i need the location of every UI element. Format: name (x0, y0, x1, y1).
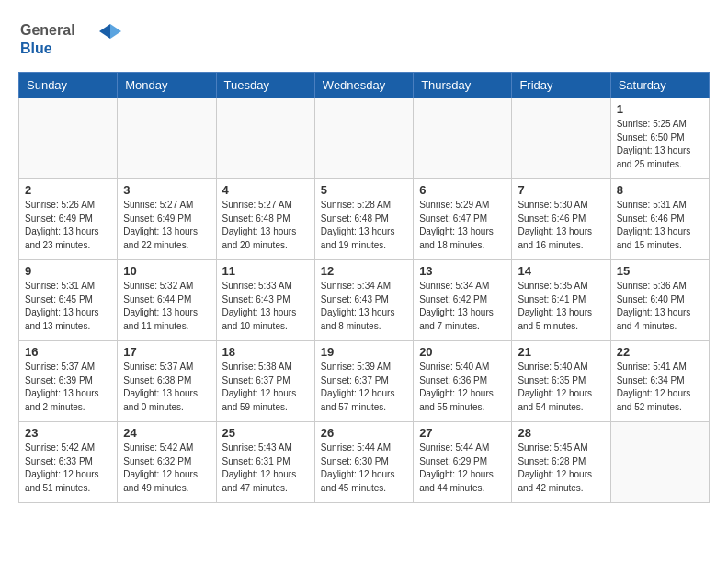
calendar-cell: 12Sunrise: 5:34 AM Sunset: 6:43 PM Dayli… (314, 260, 413, 341)
week-row-4: 23Sunrise: 5:42 AM Sunset: 6:33 PM Dayli… (19, 422, 710, 503)
day-info: Sunrise: 5:44 AM Sunset: 6:30 PM Dayligh… (321, 442, 407, 495)
calendar-cell: 1Sunrise: 5:25 AM Sunset: 6:50 PM Daylig… (610, 98, 709, 179)
calendar-cell: 20Sunrise: 5:40 AM Sunset: 6:36 PM Dayli… (414, 341, 512, 422)
calendar-cell: 15Sunrise: 5:36 AM Sunset: 6:40 PM Dayli… (610, 260, 709, 341)
day-info: Sunrise: 5:38 AM Sunset: 6:37 PM Dayligh… (222, 361, 309, 414)
calendar-cell (216, 98, 314, 179)
day-number: 18 (222, 345, 309, 359)
weekday-header-wednesday: Wednesday (314, 73, 413, 98)
weekday-header-thursday: Thursday (414, 73, 512, 98)
weekday-header-monday: Monday (118, 73, 216, 98)
calendar-cell: 7Sunrise: 5:30 AM Sunset: 6:46 PM Daylig… (512, 179, 610, 260)
day-info: Sunrise: 5:31 AM Sunset: 6:46 PM Dayligh… (617, 199, 703, 252)
calendar-cell: 19Sunrise: 5:39 AM Sunset: 6:37 PM Dayli… (314, 341, 413, 422)
day-number: 4 (222, 183, 309, 197)
weekday-header-sunday: Sunday (19, 73, 118, 98)
day-info: Sunrise: 5:43 AM Sunset: 6:31 PM Dayligh… (222, 442, 309, 495)
svg-text:Blue: Blue (20, 40, 52, 56)
logo-icon: General Blue (18, 15, 129, 61)
day-info: Sunrise: 5:45 AM Sunset: 6:28 PM Dayligh… (518, 442, 604, 495)
day-info: Sunrise: 5:30 AM Sunset: 6:46 PM Dayligh… (518, 199, 604, 252)
calendar-cell (610, 422, 709, 503)
day-number: 7 (518, 183, 604, 197)
weekday-header-saturday: Saturday (610, 73, 709, 98)
week-row-3: 16Sunrise: 5:37 AM Sunset: 6:39 PM Dayli… (19, 341, 710, 422)
calendar-cell: 11Sunrise: 5:33 AM Sunset: 6:43 PM Dayli… (216, 260, 314, 341)
day-number: 1 (617, 102, 703, 116)
logo: General Blue (18, 15, 129, 64)
calendar-cell: 17Sunrise: 5:37 AM Sunset: 6:38 PM Dayli… (118, 341, 216, 422)
calendar-cell: 26Sunrise: 5:44 AM Sunset: 6:30 PM Dayli… (314, 422, 413, 503)
day-info: Sunrise: 5:44 AM Sunset: 6:29 PM Dayligh… (419, 442, 506, 495)
day-number: 11 (222, 264, 309, 278)
day-number: 12 (321, 264, 407, 278)
calendar-cell: 25Sunrise: 5:43 AM Sunset: 6:31 PM Dayli… (216, 422, 314, 503)
day-info: Sunrise: 5:27 AM Sunset: 6:48 PM Dayligh… (222, 199, 309, 252)
svg-text:General: General (20, 22, 75, 38)
calendar-cell: 28Sunrise: 5:45 AM Sunset: 6:28 PM Dayli… (512, 422, 610, 503)
day-number: 22 (617, 345, 703, 359)
calendar-cell: 13Sunrise: 5:34 AM Sunset: 6:42 PM Dayli… (414, 260, 512, 341)
day-info: Sunrise: 5:31 AM Sunset: 6:45 PM Dayligh… (25, 280, 111, 333)
calendar-cell: 3Sunrise: 5:27 AM Sunset: 6:49 PM Daylig… (118, 179, 216, 260)
calendar-cell: 18Sunrise: 5:38 AM Sunset: 6:37 PM Dayli… (216, 341, 314, 422)
calendar-cell: 22Sunrise: 5:41 AM Sunset: 6:34 PM Dayli… (610, 341, 709, 422)
day-number: 15 (617, 264, 703, 278)
day-info: Sunrise: 5:40 AM Sunset: 6:36 PM Dayligh… (419, 361, 506, 414)
day-number: 23 (25, 426, 111, 440)
calendar-cell: 24Sunrise: 5:42 AM Sunset: 6:32 PM Dayli… (118, 422, 216, 503)
day-info: Sunrise: 5:33 AM Sunset: 6:43 PM Dayligh… (222, 280, 309, 333)
day-info: Sunrise: 5:27 AM Sunset: 6:49 PM Dayligh… (123, 199, 210, 252)
day-number: 6 (419, 183, 506, 197)
day-number: 21 (518, 345, 604, 359)
day-info: Sunrise: 5:40 AM Sunset: 6:35 PM Dayligh… (518, 361, 604, 414)
week-row-1: 2Sunrise: 5:26 AM Sunset: 6:49 PM Daylig… (19, 179, 710, 260)
day-number: 3 (123, 183, 210, 197)
day-number: 16 (25, 345, 111, 359)
day-info: Sunrise: 5:41 AM Sunset: 6:34 PM Dayligh… (617, 361, 703, 414)
day-number: 8 (617, 183, 703, 197)
week-row-2: 9Sunrise: 5:31 AM Sunset: 6:45 PM Daylig… (19, 260, 710, 341)
day-number: 9 (25, 264, 111, 278)
calendar-cell: 14Sunrise: 5:35 AM Sunset: 6:41 PM Dayli… (512, 260, 610, 341)
svg-marker-3 (110, 24, 121, 39)
header: General Blue (18, 15, 710, 64)
day-info: Sunrise: 5:26 AM Sunset: 6:49 PM Dayligh… (25, 199, 111, 252)
day-number: 17 (123, 345, 210, 359)
calendar-cell: 10Sunrise: 5:32 AM Sunset: 6:44 PM Dayli… (118, 260, 216, 341)
calendar-cell (118, 98, 216, 179)
day-number: 24 (123, 426, 210, 440)
day-info: Sunrise: 5:28 AM Sunset: 6:48 PM Dayligh… (321, 199, 407, 252)
page-container: General Blue SundayMondayTuesdayWednesda… (0, 0, 728, 518)
day-number: 19 (321, 345, 407, 359)
day-number: 28 (518, 426, 604, 440)
day-info: Sunrise: 5:25 AM Sunset: 6:50 PM Dayligh… (617, 118, 703, 171)
day-number: 20 (419, 345, 506, 359)
day-info: Sunrise: 5:37 AM Sunset: 6:39 PM Dayligh… (25, 361, 111, 414)
calendar-cell (414, 98, 512, 179)
weekday-header-row: SundayMondayTuesdayWednesdayThursdayFrid… (19, 73, 710, 98)
day-number: 5 (321, 183, 407, 197)
day-number: 13 (419, 264, 506, 278)
day-info: Sunrise: 5:42 AM Sunset: 6:33 PM Dayligh… (25, 442, 111, 495)
day-number: 2 (25, 183, 111, 197)
svg-marker-2 (99, 24, 110, 39)
calendar-cell: 16Sunrise: 5:37 AM Sunset: 6:39 PM Dayli… (19, 341, 118, 422)
day-number: 25 (222, 426, 309, 440)
day-info: Sunrise: 5:29 AM Sunset: 6:47 PM Dayligh… (419, 199, 506, 252)
weekday-header-tuesday: Tuesday (216, 73, 314, 98)
day-number: 27 (419, 426, 506, 440)
day-number: 26 (321, 426, 407, 440)
day-info: Sunrise: 5:32 AM Sunset: 6:44 PM Dayligh… (123, 280, 210, 333)
day-info: Sunrise: 5:36 AM Sunset: 6:40 PM Dayligh… (617, 280, 703, 333)
day-number: 14 (518, 264, 604, 278)
calendar-cell: 27Sunrise: 5:44 AM Sunset: 6:29 PM Dayli… (414, 422, 512, 503)
day-info: Sunrise: 5:34 AM Sunset: 6:42 PM Dayligh… (419, 280, 506, 333)
calendar-cell: 5Sunrise: 5:28 AM Sunset: 6:48 PM Daylig… (314, 179, 413, 260)
calendar-cell: 8Sunrise: 5:31 AM Sunset: 6:46 PM Daylig… (610, 179, 709, 260)
calendar-table: SundayMondayTuesdayWednesdayThursdayFrid… (18, 72, 710, 503)
calendar-cell: 6Sunrise: 5:29 AM Sunset: 6:47 PM Daylig… (414, 179, 512, 260)
logo-text: General Blue (18, 15, 129, 64)
day-info: Sunrise: 5:35 AM Sunset: 6:41 PM Dayligh… (518, 280, 604, 333)
day-info: Sunrise: 5:39 AM Sunset: 6:37 PM Dayligh… (321, 361, 407, 414)
